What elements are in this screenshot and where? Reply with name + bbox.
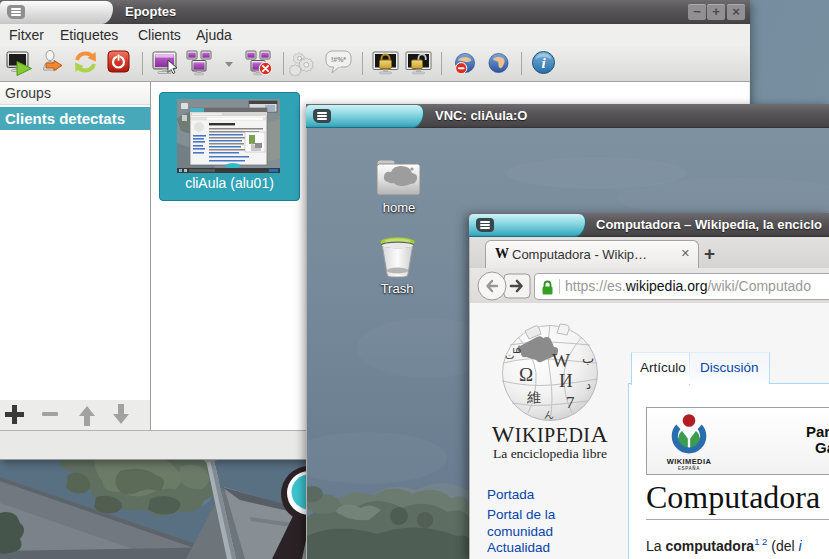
svg-text:維: 維 <box>527 390 541 405</box>
svg-text:WIKIMEDIA: WIKIMEDIA <box>667 457 712 466</box>
svg-text:7: 7 <box>566 393 575 412</box>
svg-text:!#%*: !#%* <box>331 56 346 63</box>
svg-text:ب: ب <box>582 351 594 366</box>
svg-text:ம: ம <box>512 342 521 356</box>
svg-text:ESPAÑA: ESPAÑA <box>678 465 700 471</box>
svg-text:د: د <box>586 379 591 391</box>
svg-text:Ω: Ω <box>519 364 533 385</box>
svg-text:ん: ん <box>544 409 554 420</box>
svg-text:И: И <box>559 370 573 391</box>
svg-text:W: W <box>552 350 570 371</box>
